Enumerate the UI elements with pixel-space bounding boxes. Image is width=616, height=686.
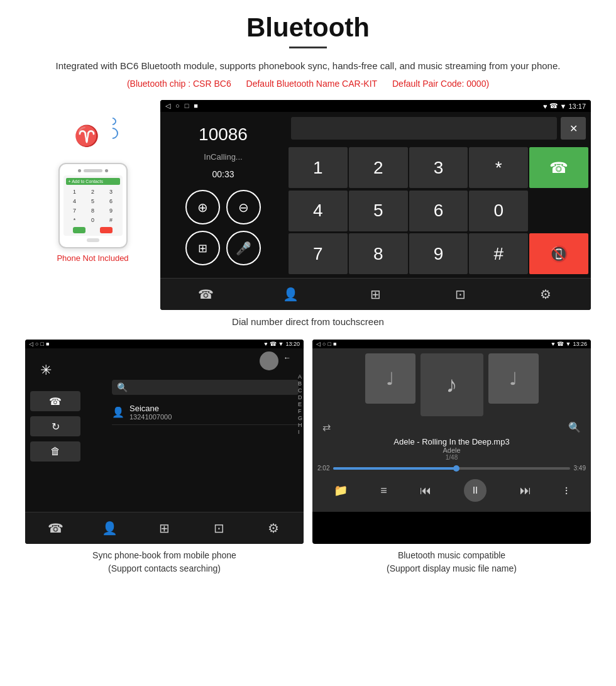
key-4[interactable]: 4 [289,191,348,231]
pb-letter-c[interactable]: C [298,387,302,394]
phone-call-button[interactable] [73,227,85,233]
phone-key-2[interactable]: 2 [84,187,102,196]
add-contact-btn[interactable]: + Add to Contacts [66,178,120,185]
contact-avatar-icon: 👤 [112,406,124,418]
music-status-left: ◁ ○ □ ■ [316,341,336,347]
pb-arrow[interactable]: ← [283,353,291,362]
phone-key-5[interactable]: 5 [84,197,102,206]
transfer-call-btn[interactable]: ⊞ [185,231,220,265]
specs-row: (Bluetooth chip : CSR BC6 Default Blueto… [25,79,591,89]
phone-key-1[interactable]: 1 [66,187,84,196]
next-track-btn[interactable]: ⏭ [520,484,531,497]
phone-key-7[interactable]: 7 [66,206,84,215]
phone-key-3[interactable]: 3 [102,187,120,196]
phone-key-4[interactable]: 4 [66,197,84,206]
phone-key-6[interactable]: 6 [102,197,120,206]
end-call-button[interactable]: 📵 [529,233,588,274]
key-1[interactable]: 1 [289,147,348,188]
back-icon[interactable]: ◁ [165,102,170,110]
music-wifi-icon: ▼ [566,341,571,347]
phone-key-star[interactable]: * [66,216,84,224]
pb-sync-btn[interactable]: ↻ [30,416,80,436]
key-7[interactable]: 7 [289,233,348,274]
key-5[interactable]: 5 [349,191,408,231]
key-star[interactable]: * [469,147,528,188]
phonebook-screen: ◁ ○ □ ■ ♥ ☎ ▼ 13:20 ✳ [25,340,304,544]
pb-search-bar[interactable]: 🔍 [112,380,299,395]
phone-key-hash[interactable]: # [102,216,120,224]
nav-phone-icon[interactable]: ☎ [194,285,219,304]
playlist-icon[interactable]: ≡ [380,484,387,497]
notification-icon[interactable]: ■ [194,102,198,110]
search-music-icon[interactable]: 🔍 [568,421,581,433]
pb-nav-person[interactable]: 👤 [97,519,123,538]
key-6[interactable]: 6 [409,191,468,231]
pb-notif-nav[interactable]: ■ [46,341,49,347]
phone-home-button[interactable] [87,238,99,242]
volume-down-btn[interactable]: ⊖ [226,190,261,224]
track-number: 1/48 [317,454,586,461]
contact-name: Seicane [129,404,172,413]
call-button[interactable]: ☎ [529,147,588,188]
album-art-next: ♩ [488,353,539,404]
nav-settings-icon[interactable]: ⚙ [533,285,558,304]
pb-call-btn[interactable]: ☎ [30,391,80,411]
spec-code: Default Pair Code: 0000) [392,79,489,89]
phone-end-button[interactable] [100,227,113,233]
dialer-backspace-btn[interactable]: ✕ [561,117,586,140]
pb-home-nav[interactable]: ○ [35,341,38,347]
pb-letter-d[interactable]: D [298,394,302,401]
nav-dialpad-icon[interactable]: ⊞ [363,285,388,304]
spec-chip: (Bluetooth chip : CSR BC6 [127,79,231,89]
nav-contacts-icon[interactable]: 👤 [278,285,304,304]
android-dialer-screen: ◁ ○ □ ■ ♥ ☎ ▼ 13:17 10086 InCalling... [160,100,591,310]
pb-recents-nav[interactable]: □ [40,341,43,347]
recents-icon[interactable]: □ [185,102,189,110]
pb-nav-settings[interactable]: ⚙ [261,519,286,538]
music-notif-nav[interactable]: ■ [333,341,336,347]
phone-key-0[interactable]: 0 [84,216,102,224]
pb-letter-a[interactable]: A [298,373,302,380]
equalizer-icon[interactable]: ⫶ [564,484,569,497]
key-8[interactable]: 8 [349,233,408,274]
phone-key-9[interactable]: 9 [102,206,120,215]
pb-letter-b[interactable]: B [298,380,302,387]
phonebook-status-right: ♥ ☎ ▼ 13:20 [264,341,300,347]
pb-letter-f[interactable]: F [298,408,302,414]
key-0[interactable]: 0 [469,191,528,231]
music-back-nav[interactable]: ◁ [316,341,321,347]
phone-key-8[interactable]: 8 [84,206,102,215]
pb-letter-i[interactable]: I [298,429,302,435]
dialer-container: 10086 InCalling... 00:33 ⊕ ⊖ ⊞ 🎤 [160,112,591,278]
prev-track-btn[interactable]: ⏮ [420,484,431,497]
home-icon[interactable]: ○ [175,102,180,110]
pb-back-nav[interactable]: ◁ [29,341,33,347]
folder-icon[interactable]: 📁 [334,484,348,497]
bottom-screenshots-row: ◁ ○ □ ■ ♥ ☎ ▼ 13:20 ✳ [25,340,591,575]
pb-nav-grid[interactable]: ⊞ [151,519,177,538]
key-3[interactable]: 3 [409,147,468,188]
key-9[interactable]: 9 [409,233,468,274]
contact-info: Seicane 13241007000 [129,404,172,421]
music-recents-nav[interactable]: □ [327,341,331,347]
signal-wave-small [107,116,118,127]
pb-contact-item[interactable]: 👤 Seicane 13241007000 [112,400,299,425]
dialer-ctrl-row-2: ⊞ 🎤 [185,231,261,265]
pb-nav-phone[interactable]: ☎ [43,519,68,538]
progress-bar[interactable] [333,467,569,470]
key-2[interactable]: 2 [349,147,408,188]
pb-letter-e[interactable]: E [298,401,302,407]
pb-nav-transfer[interactable]: ⊡ [206,519,231,538]
volume-up-btn[interactable]: ⊕ [185,190,220,224]
play-pause-btn[interactable]: ⏸ [464,479,487,502]
music-home-nav[interactable]: ○ [322,341,326,347]
pb-letter-g[interactable]: G [298,415,302,421]
pb-delete-btn[interactable]: 🗑 [30,441,80,462]
pb-call-icon: ☎ [270,341,277,347]
dialer-input-display[interactable] [291,117,557,140]
nav-transfer-icon[interactable]: ⊡ [448,285,473,304]
mute-btn[interactable]: 🎤 [226,231,261,265]
shuffle-icon[interactable]: ⇄ [322,421,331,433]
pb-letter-h[interactable]: H [298,422,302,428]
key-hash[interactable]: # [469,233,528,274]
